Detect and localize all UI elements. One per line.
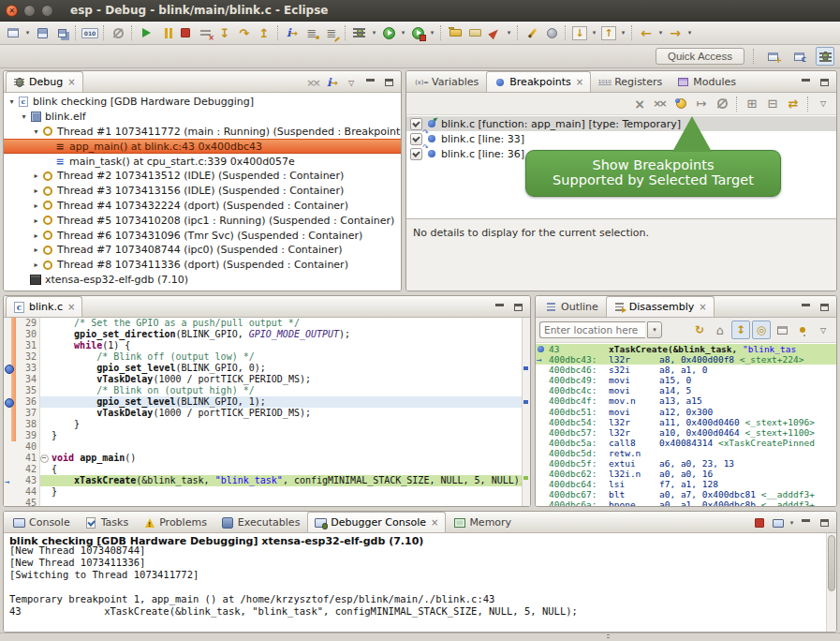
open-console-dropdown[interactable]: ▾ <box>788 514 796 532</box>
fold-ruler[interactable] <box>40 453 49 464</box>
tab-debug[interactable]: Debug× <box>6 71 83 92</box>
tab-disassembly[interactable]: Disassembly× <box>606 296 715 317</box>
window-close-button[interactable]: ✕ <box>6 5 18 17</box>
debug-tree-row[interactable]: ▸Thread #8 1073411336 (dport) (Suspended… <box>4 258 401 273</box>
fold-ruler[interactable] <box>40 498 49 506</box>
maximize-button[interactable] <box>815 514 833 532</box>
editor-line[interactable]: →43 xTaskCreate(&blink_task, "blink_task… <box>4 475 522 486</box>
remove-button[interactable] <box>630 95 649 113</box>
ruler-breakpoint-mark[interactable] <box>523 366 528 370</box>
tree-expander[interactable]: ▾ <box>19 112 29 121</box>
terminate-button[interactable] <box>750 514 769 532</box>
editor-line[interactable]: 40 <box>4 441 522 453</box>
disassembly-row[interactable]: 400dbc51:movia12, 0x300 <box>536 407 836 417</box>
annotation-ruler[interactable] <box>4 385 16 396</box>
editor-line[interactable]: 39} <box>4 430 522 441</box>
forward-dropdown[interactable]: ▾ <box>685 23 694 42</box>
view-menu-button[interactable] <box>814 95 833 113</box>
debug-tree-row[interactable]: ▾blink.elf <box>4 110 401 125</box>
goto-file-button[interactable] <box>692 95 711 113</box>
refresh-button[interactable] <box>690 320 709 339</box>
editor-line[interactable]: 35 /* Blink on (output high) */ <box>4 385 522 396</box>
annotation-ruler[interactable] <box>4 396 16 408</box>
debug-tree-row[interactable]: xtensa-esp32-elf-gdb (7.10) <box>4 273 401 288</box>
disassembly-row[interactable]: 400dbc5d:retw.n <box>536 448 836 458</box>
open-perspective-button[interactable] <box>763 47 782 66</box>
annotation-ruler[interactable] <box>4 351 16 363</box>
disassembly-row[interactable]: 400dbc49:movia15, 0 <box>536 375 836 385</box>
annotation-ruler[interactable] <box>4 464 16 475</box>
annotation-ruler[interactable] <box>4 374 16 385</box>
next-annotation-dropdown[interactable]: ▾ <box>590 23 598 42</box>
line-number[interactable]: 42 <box>16 464 40 475</box>
tab-close-icon[interactable]: × <box>576 77 583 87</box>
breakpoint-checkbox[interactable] <box>410 118 422 130</box>
instruction-stepping-button[interactable] <box>283 23 302 42</box>
scrollbar-thumb[interactable] <box>828 535 835 591</box>
editor-line[interactable]: 37 vTaskDelay(1000 / portTICK_PERIOD_MS)… <box>4 408 522 419</box>
external-tools-button[interactable] <box>408 23 427 42</box>
editor-line[interactable]: 30 gpio_set_direction(BLINK_GPIO, GPIO_M… <box>4 329 522 340</box>
collapse-icon[interactable] <box>40 455 49 463</box>
debug-tree-row[interactable]: ▾blink checking [GDB Hardware Debugging] <box>4 95 401 110</box>
tree-expander[interactable]: ▸ <box>31 246 41 254</box>
tree-expander[interactable]: ▸ <box>31 216 41 225</box>
maximize-button[interactable] <box>815 73 833 92</box>
build-binary-button[interactable] <box>81 23 99 42</box>
annotation-ruler[interactable] <box>4 498 16 506</box>
expand-all-button[interactable] <box>743 95 761 113</box>
ruler-current-line-mark[interactable] <box>523 476 528 480</box>
disassembly-row[interactable]: 400dbc5f:extuia6, a0, 23, 13 <box>536 458 836 469</box>
breakpoint-icon[interactable] <box>5 398 14 408</box>
annotation-ruler[interactable] <box>4 441 16 453</box>
maximize-button[interactable] <box>508 298 527 317</box>
disassembly-row[interactable]: 400dbc43:l32ra8, 0x400d00f8 <_stext+224> <box>536 354 836 365</box>
annotation-ruler[interactable] <box>4 408 16 419</box>
fold-ruler[interactable] <box>40 396 49 408</box>
minimize-button[interactable] <box>796 73 815 92</box>
disassembly-row[interactable]: 400dbc54:l32ra11, 0x400d0460 <_stext+109… <box>536 417 836 427</box>
suspend-button[interactable] <box>156 23 175 42</box>
debug-dropdown[interactable]: ▾ <box>370 23 378 42</box>
debug-perspective-button[interactable] <box>816 47 834 66</box>
fold-ruler[interactable] <box>40 351 49 363</box>
remove-all-button[interactable] <box>651 95 670 113</box>
annotation-ruler[interactable] <box>4 486 16 498</box>
editor-line[interactable]: 29 /* Set the GPIO as a push/pull output… <box>4 318 522 329</box>
minimize-button[interactable] <box>796 514 815 532</box>
editor-line[interactable]: 33 gpio_set_level(BLINK_GPIO, 0); <box>4 363 522 374</box>
tree-expander[interactable]: ▾ <box>31 127 41 136</box>
annotation-ruler[interactable] <box>4 453 16 464</box>
collapse-all-button[interactable] <box>763 95 782 113</box>
fold-ruler[interactable] <box>40 329 49 340</box>
breakpoint-checkbox[interactable] <box>410 133 422 145</box>
tab-modules[interactable]: Modules <box>670 71 744 92</box>
run-button[interactable] <box>379 23 398 42</box>
filters-config-button[interactable] <box>322 23 341 42</box>
window-minimize-button[interactable] <box>23 5 36 17</box>
fold-ruler[interactable] <box>40 486 49 498</box>
forward-button[interactable] <box>666 23 685 42</box>
minimize-button[interactable] <box>796 298 815 317</box>
tab-executables[interactable]: Executables <box>214 512 308 532</box>
fold-ruler[interactable] <box>40 340 49 351</box>
disassembly-row[interactable]: 400dbc57:l32ra10, 0x400d0464 <_stext+110… <box>536 427 836 438</box>
line-number[interactable]: 44 <box>16 486 40 498</box>
editor-line[interactable]: 32 /* Blink off (output low) */ <box>4 351 522 363</box>
tree-expander[interactable]: ▾ <box>7 97 17 106</box>
debug-tree-row[interactable]: ▸Thread #2 1073413512 (IDLE) (Suspended … <box>4 169 401 184</box>
tab-problems[interactable]: Problems <box>136 512 214 532</box>
new-wizard-dropdown[interactable]: ▾ <box>23 23 32 42</box>
show-source-button[interactable] <box>731 320 750 339</box>
tree-expander[interactable]: ▸ <box>31 231 41 240</box>
external-tools-dropdown[interactable]: ▾ <box>428 23 436 42</box>
tree-expander[interactable]: ▸ <box>31 261 41 269</box>
breakpoint-icon[interactable] <box>5 365 14 374</box>
annotation-ruler[interactable] <box>4 340 16 351</box>
debug-tree-row[interactable]: main_task() at cpu_start.c:339 0x400d057… <box>4 154 401 169</box>
disassembly-listing[interactable]: 43xTaskCreate(&blink_task, "blink_tas400… <box>536 343 836 506</box>
tab-close-icon[interactable]: × <box>431 517 438 528</box>
pin-view-button[interactable] <box>793 320 812 339</box>
view-menu-button[interactable] <box>342 73 361 92</box>
fold-ruler[interactable] <box>40 374 49 385</box>
